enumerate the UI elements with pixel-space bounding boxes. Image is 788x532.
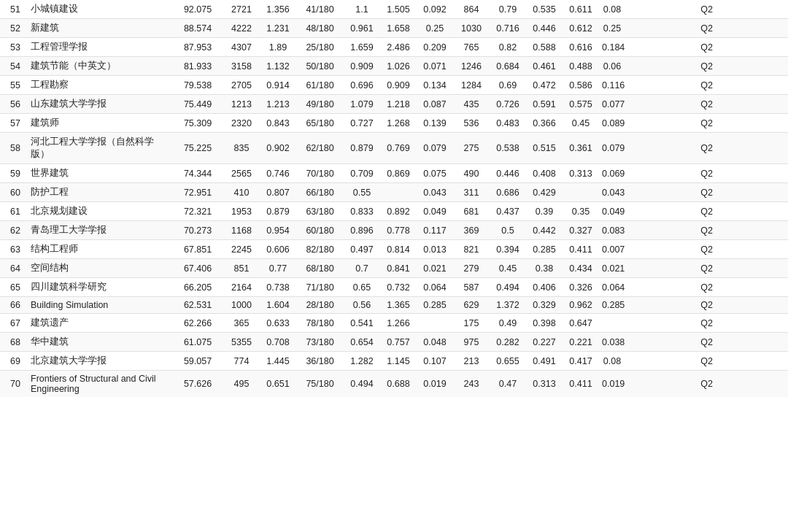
data-cell: 65/180 (296, 114, 344, 133)
data-cell: 0.586 (563, 76, 599, 95)
data-cell: 0.954 (260, 221, 296, 240)
data-cell: 0.45 (563, 114, 599, 133)
data-cell: 0.282 (490, 333, 526, 352)
rank-cell: 67 (0, 314, 26, 333)
journal-name-cell: 工程管理学报 (26, 38, 172, 57)
data-cell: 67.851 (172, 240, 223, 259)
q-grade-cell: Q2 (625, 76, 788, 95)
data-cell: 0.007 (599, 240, 625, 259)
table-row: 61北京规划建设72.32119530.87963/1800.8330.8920… (0, 202, 788, 221)
data-cell: 0.77 (260, 259, 296, 278)
table-row: 62青岛理工大学学报70.27311680.95460/1800.8960.77… (0, 221, 788, 240)
journal-name-cell: 建筑遗产 (26, 314, 172, 333)
data-cell: 0.043 (599, 183, 625, 202)
table-row: 57建筑师75.30923200.84365/1800.7271.2680.13… (0, 114, 788, 133)
data-cell: 0.688 (380, 371, 417, 398)
data-cell: 0.647 (563, 314, 599, 333)
journal-name-cell: 四川建筑科学研究 (26, 278, 172, 297)
data-cell: 0.048 (417, 333, 453, 352)
data-cell: 536 (453, 114, 490, 133)
data-cell: 0.49 (490, 314, 526, 333)
data-cell: 57.626 (172, 371, 223, 398)
data-cell: 0.06 (599, 57, 625, 76)
data-cell: 275 (453, 133, 490, 164)
data-cell: 0.437 (490, 202, 526, 221)
data-cell: 2565 (223, 164, 260, 183)
data-cell: 72.951 (172, 183, 223, 202)
data-cell: 0.56 (344, 297, 380, 314)
data-cell: 681 (453, 202, 490, 221)
journal-name-cell: 建筑师 (26, 114, 172, 133)
data-cell: 410 (223, 183, 260, 202)
data-cell: 1.213 (260, 95, 296, 114)
data-cell: 0.227 (526, 333, 563, 352)
data-cell (417, 314, 453, 333)
data-cell: 0.139 (417, 114, 453, 133)
data-cell: 0.488 (563, 57, 599, 76)
data-cell: 0.633 (260, 314, 296, 333)
data-cell: 0.043 (417, 183, 453, 202)
table-row: 66Building Simulation62.53110001.60428/1… (0, 297, 788, 314)
rank-cell: 58 (0, 133, 26, 164)
data-cell: 62/180 (296, 133, 344, 164)
data-cell: 2245 (223, 240, 260, 259)
data-cell: 0.209 (417, 38, 453, 57)
data-cell: 87.953 (172, 38, 223, 57)
data-cell: 0.654 (344, 333, 380, 352)
data-cell: 0.442 (526, 221, 563, 240)
data-cell: 0.398 (526, 314, 563, 333)
data-cell: 0.285 (526, 240, 563, 259)
q-grade-cell: Q2 (625, 133, 788, 164)
data-cell: 0.285 (417, 297, 453, 314)
data-cell (563, 183, 599, 202)
data-cell: 0.535 (526, 0, 563, 19)
q-grade-cell: Q2 (625, 95, 788, 114)
rank-cell: 60 (0, 183, 26, 202)
data-cell: 311 (453, 183, 490, 202)
data-cell: 0.417 (563, 352, 599, 371)
data-cell: 1.372 (490, 297, 526, 314)
data-cell: 1.218 (380, 95, 417, 114)
data-cell: 81.933 (172, 57, 223, 76)
data-cell: 0.55 (344, 183, 380, 202)
data-cell: 0.366 (526, 114, 563, 133)
data-cell: 0.841 (380, 259, 417, 278)
data-cell: 2705 (223, 76, 260, 95)
q-grade-cell: Q2 (625, 183, 788, 202)
data-cell: 63/180 (296, 202, 344, 221)
table-row: 53工程管理学报87.95343071.8925/1801.6592.4860.… (0, 38, 788, 57)
data-cell: 1.659 (344, 38, 380, 57)
data-cell: 0.313 (563, 164, 599, 183)
data-cell: 0.79 (490, 0, 526, 19)
data-cell: 629 (453, 297, 490, 314)
data-cell: 0.285 (599, 297, 625, 314)
table-row: 63结构工程师67.85122450.60682/1800.4970.8140.… (0, 240, 788, 259)
data-cell: 0.515 (526, 133, 563, 164)
table-row: 60防护工程72.9514100.80766/1800.550.0433110.… (0, 183, 788, 202)
data-cell: 1000 (223, 297, 260, 314)
data-cell: 0.892 (380, 202, 417, 221)
table-row: 51小城镇建设92.07527211.35641/1801.11.5050.09… (0, 0, 788, 19)
data-cell: 0.107 (417, 352, 453, 371)
journal-name-cell: 华中建筑 (26, 333, 172, 352)
data-cell: 1.266 (380, 314, 417, 333)
data-cell: 0.588 (526, 38, 563, 57)
journal-name-cell: Building Simulation (26, 297, 172, 314)
data-cell: 0.079 (599, 133, 625, 164)
data-cell: 70.273 (172, 221, 223, 240)
data-cell: 70/180 (296, 164, 344, 183)
data-cell: 0.727 (344, 114, 380, 133)
data-cell: 495 (223, 371, 260, 398)
data-cell: 4307 (223, 38, 260, 57)
journal-name-cell: 小城镇建设 (26, 0, 172, 19)
data-cell: 0.472 (526, 76, 563, 95)
q-grade-cell: Q2 (625, 202, 788, 221)
journal-name-cell: 世界建筑 (26, 164, 172, 183)
journal-name-cell: Frontiers of Structural and Civil Engine… (26, 371, 172, 398)
journal-name-cell: 空间结构 (26, 259, 172, 278)
data-cell: 74.344 (172, 164, 223, 183)
data-cell: 0.606 (260, 240, 296, 259)
rank-cell: 57 (0, 114, 26, 133)
data-cell: 0.038 (599, 333, 625, 352)
rank-cell: 63 (0, 240, 26, 259)
